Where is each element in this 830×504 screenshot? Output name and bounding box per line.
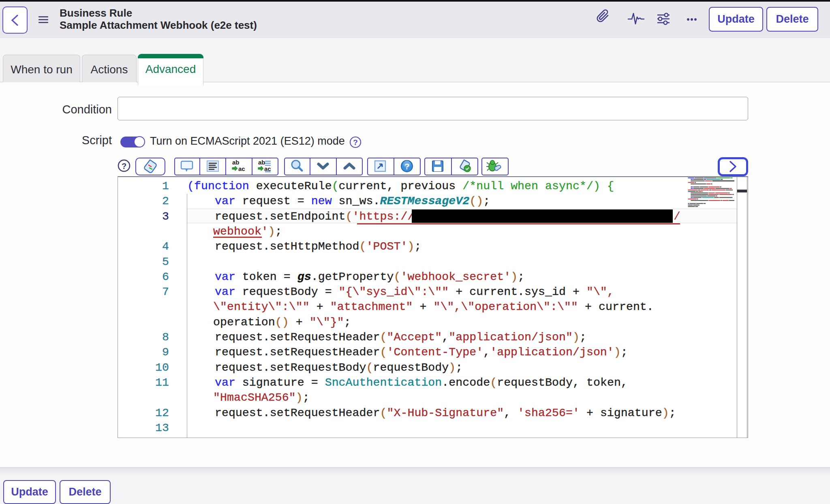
svg-text:ab: ab <box>258 159 265 166</box>
svg-text:ab: ab <box>232 159 240 166</box>
svg-text:ac: ac <box>264 165 271 172</box>
svg-text:?: ? <box>122 162 126 171</box>
svg-text:?: ? <box>404 162 409 171</box>
svg-text:ac: ac <box>238 165 245 172</box>
